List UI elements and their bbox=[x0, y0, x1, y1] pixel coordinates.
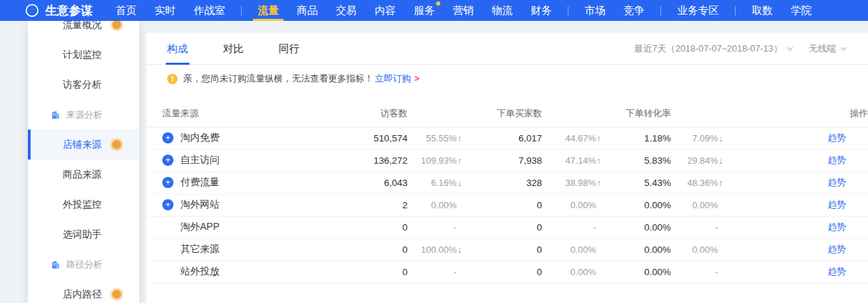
new-badge-dot bbox=[112, 140, 121, 149]
warning-icon: ! bbox=[167, 74, 178, 84]
sidebar-item-label: 外投监控 bbox=[63, 199, 102, 211]
visitors-value: 0 bbox=[348, 238, 408, 261]
conversion-change: 29.84%↓ bbox=[671, 149, 723, 171]
trend-link[interactable]: 趋势 bbox=[828, 177, 846, 187]
subscription-notice: ! 亲，您尚未订购流量纵横，无法查看更多指标！ 立即订购 > bbox=[146, 65, 868, 85]
change-value: - bbox=[454, 222, 456, 233]
tab-peers[interactable]: 同行 bbox=[279, 33, 300, 65]
arrow-right-icon: > bbox=[414, 74, 419, 84]
table-header-row: 流量来源访客数下单买家数下单转化率操作 bbox=[146, 100, 868, 127]
trend-link[interactable]: 趋势 bbox=[828, 155, 846, 165]
trend-link[interactable]: 趋势 bbox=[828, 222, 846, 232]
nav-item-marketing[interactable]: 营销 bbox=[453, 0, 474, 21]
nav-item-realtime[interactable]: 实时 bbox=[155, 0, 176, 21]
visitors-change: -↑ bbox=[408, 216, 462, 238]
conversion-change: -↑ bbox=[671, 261, 723, 283]
sidebar-item-label: 流量概况 bbox=[63, 21, 102, 31]
tab-bar: 构成对比同行 最近7天（2018-07-07~2018-07-13） 无线端 bbox=[146, 33, 868, 65]
change-value: - bbox=[454, 267, 456, 277]
change-value: 0.00% bbox=[571, 267, 596, 277]
sidebar-item-word-helper[interactable]: 选词助手 bbox=[28, 219, 139, 249]
column-header bbox=[671, 100, 723, 127]
nav-item-competition[interactable]: 竞争 bbox=[623, 0, 644, 21]
source-name: 淘内免费 bbox=[180, 132, 219, 143]
nav-item-logistics[interactable]: 物流 bbox=[492, 0, 513, 21]
source-name-cell: +站外投放 bbox=[146, 261, 348, 283]
sidebar-item-visitor-analysis[interactable]: 访客分析 bbox=[28, 70, 139, 100]
nav-item-finance[interactable]: 财务 bbox=[531, 0, 552, 21]
buyers-change: 0.00%↑ bbox=[542, 194, 601, 216]
sidebar-item-label: 来源分析 bbox=[66, 109, 102, 121]
nav-item-content[interactable]: 内容 bbox=[375, 0, 396, 21]
conversion-value: 5.83% bbox=[601, 149, 671, 171]
change-value: - bbox=[593, 222, 596, 233]
change-value: 0.00% bbox=[692, 244, 718, 255]
nav-item-product[interactable]: 商品 bbox=[297, 0, 318, 21]
trend-link[interactable]: 趋势 bbox=[828, 266, 846, 277]
nav-item-data-extract[interactable]: 取数 bbox=[752, 0, 773, 21]
date-range-selector[interactable]: 最近7天（2018-07-07~2018-07-13） bbox=[634, 42, 793, 55]
source-name-cell: +付费流量 bbox=[146, 171, 348, 194]
buyers-value: 6,017 bbox=[462, 127, 542, 149]
source-name-cell: +其它来源 bbox=[146, 238, 348, 261]
visitors-change: 109.93%↑ bbox=[408, 149, 462, 171]
sidebar-item-label: 店内路径 bbox=[63, 288, 102, 301]
change-value: 55.55% bbox=[426, 133, 456, 143]
arrow-up-icon: ↑ bbox=[458, 133, 463, 143]
nav-item-trade[interactable]: 交易 bbox=[336, 0, 357, 21]
expand-icon[interactable]: + bbox=[162, 177, 173, 188]
change-value: 7.09% bbox=[692, 133, 718, 143]
change-value: 29.84% bbox=[687, 155, 718, 166]
sidebar-item-source-analysis: 来源分析 bbox=[28, 100, 139, 130]
sidebar-item-shop-source[interactable]: 店铺来源 bbox=[28, 130, 139, 160]
action-cell: 趋势 bbox=[723, 238, 868, 261]
visitors-value: 510,574 bbox=[348, 127, 408, 149]
trend-link[interactable]: 趋势 bbox=[828, 199, 846, 210]
tab-compare[interactable]: 对比 bbox=[223, 33, 244, 65]
terminal-selector[interactable]: 无线端 bbox=[809, 42, 847, 55]
expand-icon[interactable]: + bbox=[162, 155, 173, 166]
change-value: 38.98% bbox=[565, 178, 596, 188]
nav-item-traffic[interactable]: 流量 bbox=[258, 0, 279, 21]
trend-link[interactable]: 趋势 bbox=[828, 244, 846, 254]
sidebar-item-label: 访客分析 bbox=[63, 79, 102, 91]
expand-icon[interactable]: + bbox=[162, 132, 173, 143]
conversion-change: 0.00%↑ bbox=[671, 238, 723, 261]
conversion-value: 0.00% bbox=[601, 194, 671, 216]
nav-item-business-zone[interactable]: 业务专区 bbox=[677, 0, 719, 21]
nav-divider bbox=[241, 6, 242, 15]
visitors-change: 55.55%↑ bbox=[408, 127, 462, 149]
sidebar-item-external-monitor[interactable]: 外投监控 bbox=[28, 189, 139, 219]
sidebar-item-plan-monitor[interactable]: 计划监控 bbox=[28, 40, 139, 70]
buyers-value: 0 bbox=[462, 216, 542, 238]
brand[interactable]: 生意参谋 bbox=[25, 3, 93, 19]
sidebar-item-product-source[interactable]: 商品来源 bbox=[28, 160, 139, 189]
visitors-change: 0.00%↑ bbox=[408, 194, 462, 216]
subscribe-link[interactable]: 立即订购 bbox=[375, 72, 411, 85]
tab-composition[interactable]: 构成 bbox=[167, 33, 188, 65]
trend-link[interactable]: 趋势 bbox=[828, 132, 846, 143]
buyers-change: 38.98%↑ bbox=[542, 171, 601, 194]
buyers-change: 0.00%↑ bbox=[542, 261, 601, 283]
source-name: 自主访问 bbox=[180, 154, 219, 165]
source-name: 站外投放 bbox=[180, 265, 219, 277]
sidebar-item-label: 店铺来源 bbox=[63, 139, 102, 151]
building-icon bbox=[51, 110, 61, 120]
visitors-change: 6.16%↓ bbox=[408, 171, 462, 194]
nav-item-home[interactable]: 首页 bbox=[116, 0, 137, 21]
sidebar-item-instore-path[interactable]: 店内路径 bbox=[28, 279, 139, 303]
nav-item-academy[interactable]: 学院 bbox=[791, 0, 812, 21]
action-cell: 趋势 bbox=[723, 171, 868, 194]
nav-item-market[interactable]: 市场 bbox=[584, 0, 605, 21]
buyers-value: 0 bbox=[462, 261, 542, 283]
sidebar-item-traffic-overview[interactable]: 流量概况 bbox=[28, 21, 139, 40]
table-row: +淘内免费510,57455.55%↑6,01744.67%↑1.18%7.09… bbox=[146, 127, 868, 149]
sidebar: 流量概况计划监控访客分析来源分析店铺来源商品来源外投监控选词助手路径分析店内路径 bbox=[28, 21, 139, 303]
buyers-change: -↑ bbox=[542, 216, 601, 238]
expand-icon[interactable]: + bbox=[162, 199, 173, 210]
arrow-up-icon: ↑ bbox=[458, 155, 463, 166]
nav-item-war-room[interactable]: 作战室 bbox=[194, 0, 225, 21]
compass-logo-icon bbox=[25, 3, 39, 17]
nav-item-service[interactable]: 服务 bbox=[414, 0, 435, 21]
arrow-down-icon: ↓ bbox=[458, 178, 463, 188]
